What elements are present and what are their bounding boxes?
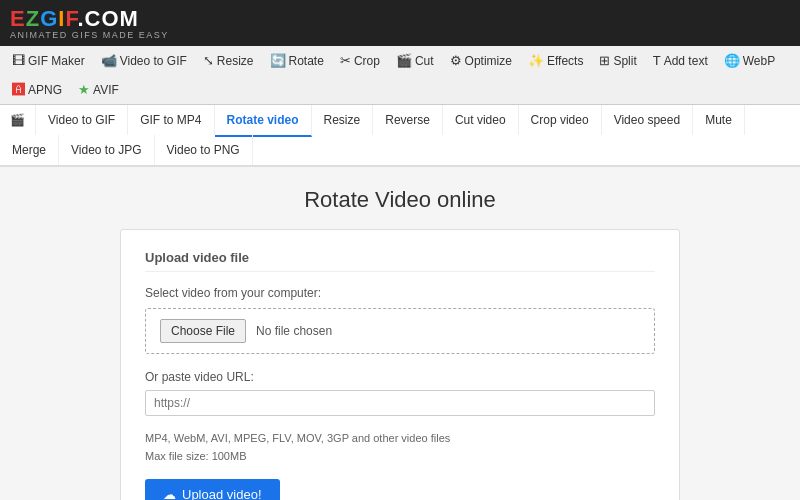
sub-nav: 🎬 Video to GIF GIF to MP4 Rotate video R… — [0, 105, 800, 167]
video-gif-icon: 📹 — [101, 53, 117, 68]
upload-icon: ☁ — [163, 487, 176, 500]
url-label: Or paste video URL: — [145, 370, 655, 384]
format-info: MP4, WebM, AVI, MPEG, FLV, MOV, 3GP and … — [145, 430, 655, 465]
nav-gif-maker[interactable]: 🎞GIF Maker — [4, 46, 93, 75]
webp-icon: 🌐 — [724, 53, 740, 68]
url-input[interactable] — [145, 390, 655, 416]
main-nav: 🎞GIF Maker 📹Video to GIF ⤡Resize 🔄Rotate… — [0, 46, 800, 105]
upload-button[interactable]: ☁ Upload video! — [145, 479, 280, 500]
gif-icon: 🎞 — [12, 53, 25, 68]
nav-crop[interactable]: ✂Crop — [332, 46, 388, 75]
sub-nav-reverse[interactable]: Reverse — [373, 105, 443, 135]
sub-nav-crop-video[interactable]: Crop video — [519, 105, 602, 135]
logo-text: EZGIF.COM — [10, 6, 169, 32]
apng-icon: 🅰 — [12, 82, 25, 97]
sub-nav-merge[interactable]: Merge — [0, 135, 59, 165]
split-icon: ⊞ — [599, 53, 610, 68]
sub-nav-video-speed[interactable]: Video speed — [602, 105, 694, 135]
upload-card: Upload video file Select video from your… — [120, 229, 680, 500]
nav-rotate[interactable]: 🔄Rotate — [262, 46, 332, 75]
nav-resize[interactable]: ⤡Resize — [195, 46, 262, 75]
sub-nav-cut-video[interactable]: Cut video — [443, 105, 519, 135]
file-field-label: Select video from your computer: — [145, 286, 655, 300]
logo-bar: EZGIF.COM ANIMATED GIFS MADE EASY — [0, 0, 800, 46]
logo-subtitle: ANIMATED GIFS MADE EASY — [10, 30, 169, 40]
avif-icon: ★ — [78, 82, 90, 97]
file-input-area: Choose File No file chosen — [145, 308, 655, 354]
sub-nav-video-to-gif[interactable]: Video to GIF — [36, 105, 128, 135]
sub-nav-mute[interactable]: Mute — [693, 105, 745, 135]
cut-icon: 🎬 — [396, 53, 412, 68]
card-section-title: Upload video file — [145, 250, 655, 272]
sub-nav-video-icon: 🎬 — [0, 105, 36, 135]
sub-nav-video-to-jpg[interactable]: Video to JPG — [59, 135, 155, 165]
nav-avif[interactable]: ★AVIF — [70, 75, 127, 104]
optimize-icon: ⚙ — [450, 53, 462, 68]
nav-webp[interactable]: 🌐WebP — [716, 46, 783, 75]
resize-icon: ⤡ — [203, 53, 214, 68]
no-file-text: No file chosen — [256, 324, 332, 338]
rotate-icon: 🔄 — [270, 53, 286, 68]
sub-nav-rotate-video[interactable]: Rotate video — [215, 105, 312, 137]
choose-file-button[interactable]: Choose File — [160, 319, 246, 343]
nav-effects[interactable]: ✨Effects — [520, 46, 591, 75]
sub-nav-video-to-png[interactable]: Video to PNG — [155, 135, 253, 165]
text-icon: T — [653, 53, 661, 68]
nav-optimize[interactable]: ⚙Optimize — [442, 46, 520, 75]
nav-apng[interactable]: 🅰APNG — [4, 75, 70, 104]
video-camera-icon: 🎬 — [10, 113, 25, 127]
nav-video-to-gif[interactable]: 📹Video to GIF — [93, 46, 195, 75]
nav-cut[interactable]: 🎬Cut — [388, 46, 442, 75]
effects-icon: ✨ — [528, 53, 544, 68]
page-title: Rotate Video online — [30, 187, 770, 213]
nav-split[interactable]: ⊞Split — [591, 46, 644, 75]
crop-icon: ✂ — [340, 53, 351, 68]
sub-nav-resize[interactable]: Resize — [312, 105, 374, 135]
sub-nav-gif-to-mp4[interactable]: GIF to MP4 — [128, 105, 214, 135]
page-content: Rotate Video online Upload video file Se… — [0, 167, 800, 500]
nav-add-text[interactable]: TAdd text — [645, 46, 716, 75]
